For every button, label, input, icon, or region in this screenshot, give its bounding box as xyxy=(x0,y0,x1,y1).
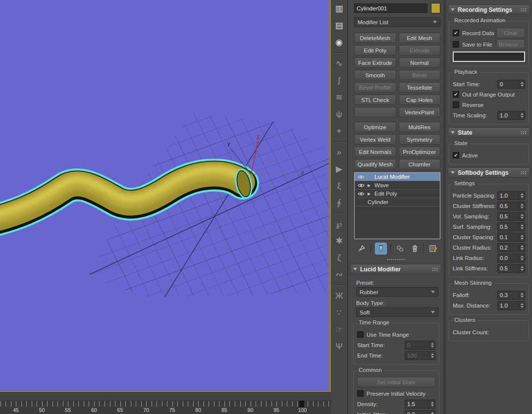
rollout-grip-icon[interactable] xyxy=(521,8,527,12)
modifier-button-deletemesh[interactable]: DeleteMesh xyxy=(354,33,396,43)
spin-up-icon[interactable] xyxy=(521,82,524,84)
rollout-header-recording-settings[interactable]: Recording Settings xyxy=(448,4,530,15)
ribbon-loop-tool-icon[interactable]: ∮ xyxy=(332,196,347,209)
spinner-arrows-icon[interactable] xyxy=(429,400,435,408)
layer-list-icon[interactable]: ▤ xyxy=(332,18,347,32)
track-bar[interactable] xyxy=(0,393,331,401)
cluster-chain-tool-icon[interactable]: ξ xyxy=(332,179,347,193)
spinner-arrows-icon[interactable] xyxy=(519,254,525,262)
spinner-particle-spacing[interactable]: 1.0 xyxy=(497,191,525,200)
remove-modifier-icon[interactable] xyxy=(409,243,420,254)
pick-cursor-tool-icon[interactable]: ▶ xyxy=(332,162,347,176)
checkbox-out-of-range-output[interactable]: ✔ xyxy=(453,91,459,98)
rollout-header-softbody-settings[interactable]: Softbody Settings xyxy=(448,167,530,178)
spinner-max-distance[interactable]: 1.0 xyxy=(497,301,525,310)
modifier-button-symmetry[interactable]: Symmetry xyxy=(399,134,441,145)
checkbox-preserve-initial-velocity[interactable] xyxy=(357,390,364,397)
spin-down-icon[interactable] xyxy=(521,85,524,87)
spin-up-icon[interactable] xyxy=(521,303,524,305)
modifier-button-edit-mesh[interactable]: Edit Mesh xyxy=(399,33,441,43)
clipped-top-tool-icon[interactable]: ▥ xyxy=(332,1,347,15)
spinner-arrows-icon[interactable] xyxy=(519,192,525,200)
spinner-vol-sampling[interactable]: 0.5 xyxy=(497,212,525,221)
spin-up-icon[interactable] xyxy=(521,266,524,268)
visibility-eye-icon[interactable] xyxy=(358,183,368,188)
modifier-button-multires[interactable]: MultiRes xyxy=(399,122,441,132)
timeline-trackbar[interactable]: 4550556065707580859095100 xyxy=(0,392,331,414)
rollout-grip-icon[interactable] xyxy=(521,171,527,175)
rollout-header-lucid-modifier[interactable]: Lucid Modifier xyxy=(350,264,441,274)
checkbox-active[interactable]: ✔ xyxy=(453,152,459,158)
spinner-cluster-radius[interactable]: 0.2 xyxy=(497,243,525,252)
modifier-button-face-extrude[interactable]: Face Extrude xyxy=(354,57,396,68)
spinner-cluster-spacing[interactable]: 0.1 xyxy=(497,233,525,242)
spinner-arrows-icon[interactable] xyxy=(519,111,525,119)
modifier-button-quadify-mesh[interactable]: Quadify Mesh xyxy=(354,159,396,169)
curve-hook-tool-icon[interactable]: ʃ xyxy=(332,73,347,87)
spinner-arrows-icon[interactable] xyxy=(519,80,525,88)
spin-up-icon[interactable] xyxy=(521,293,524,295)
spin-down-icon[interactable] xyxy=(521,116,524,118)
file-path-field[interactable] xyxy=(453,52,525,62)
modifier-button-smooth[interactable]: Smooth xyxy=(354,70,396,80)
visibility-eye-icon[interactable] xyxy=(358,192,368,196)
spinner-arrows-icon[interactable] xyxy=(519,223,525,231)
modifier-button-optimize[interactable]: Optimize xyxy=(354,122,396,132)
stack-item-cylinder[interactable]: Cylinder xyxy=(355,198,440,207)
spinner-arrows-icon[interactable] xyxy=(519,202,525,210)
show-end-result-icon[interactable] xyxy=(375,243,387,255)
modifier-button-normal[interactable]: Normal xyxy=(399,57,441,68)
spin-down-icon[interactable] xyxy=(521,259,524,260)
spin-up-icon[interactable] xyxy=(521,193,524,195)
modifier-button-edit-normals[interactable]: Edit Normals xyxy=(354,147,396,157)
spinner-time-scaling[interactable]: 1.0 xyxy=(497,111,525,120)
checkbox-use-time-range[interactable] xyxy=(357,331,364,338)
spin-down-icon[interactable] xyxy=(431,405,434,407)
spin-up-icon[interactable] xyxy=(431,402,434,404)
modifier-button-chamfer[interactable]: Chamfer xyxy=(399,159,441,169)
modifier-button-prooptimizer[interactable]: ProOptimizer xyxy=(399,147,441,157)
spinner-arrows-icon[interactable] xyxy=(519,302,525,310)
rollout-drag-handle[interactable] xyxy=(386,259,405,261)
spinner-initial-jitter[interactable]: 0.0 xyxy=(405,410,435,414)
modifier-button-tessellate[interactable]: Tessellate xyxy=(399,82,441,93)
viewport-3d[interactable]: Z Y X xyxy=(0,0,331,392)
stack-item-wave[interactable]: ▶Wave xyxy=(355,181,440,190)
spin-up-icon[interactable] xyxy=(521,214,524,216)
spinner-arrows-icon[interactable] xyxy=(519,291,525,299)
spinner-density[interactable]: 1.5 xyxy=(405,400,435,409)
checkbox-save-to-file[interactable] xyxy=(453,41,459,48)
spinner-arrows-icon[interactable] xyxy=(519,244,525,252)
strands-tool-icon[interactable]: ℘ xyxy=(332,217,347,231)
particles-tool-icon[interactable]: ∵ xyxy=(332,306,347,319)
modifier-button-blank[interactable] xyxy=(354,107,396,117)
object-name-input[interactable] xyxy=(354,3,427,13)
triple-wave-tool-icon[interactable]: ≋ xyxy=(332,90,347,104)
spin-down-icon[interactable] xyxy=(521,306,524,308)
modifier-stack[interactable]: Lucid Modifier▶Wave▶Edit PolyCylinder xyxy=(354,172,440,239)
squiggle-tool-icon[interactable]: ∿ xyxy=(332,56,347,70)
spin-up-icon[interactable] xyxy=(431,412,434,414)
modifier-button-cap-holes[interactable]: Cap Holes xyxy=(399,95,441,105)
checkbox-record-data[interactable]: ✔ xyxy=(453,30,459,36)
spinner-arrows-icon[interactable] xyxy=(519,264,525,272)
stack-item-lucid-modifier[interactable]: Lucid Modifier xyxy=(355,173,440,181)
stack-item-edit-poly[interactable]: ▶Edit Poly xyxy=(355,190,440,198)
fiber-tool-icon[interactable]: ζ xyxy=(332,251,347,264)
spin-up-icon[interactable] xyxy=(521,204,524,206)
object-color-swatch[interactable] xyxy=(431,3,440,13)
pin-stack-icon[interactable] xyxy=(356,243,367,254)
current-frame-marker[interactable] xyxy=(299,401,304,407)
spinner-arrows-icon[interactable] xyxy=(519,233,525,241)
make-unique-icon[interactable] xyxy=(395,243,406,254)
spinner-link-stiffness[interactable]: 0.5 xyxy=(497,264,525,273)
spin-up-icon[interactable] xyxy=(521,224,524,226)
spin-down-icon[interactable] xyxy=(521,207,524,208)
grass-scatter-tool-icon[interactable]: Ж xyxy=(332,289,347,303)
body-type-dropdown[interactable]: Soft xyxy=(356,308,438,317)
spin-up-icon[interactable] xyxy=(521,235,524,237)
spinner-arrows-icon[interactable] xyxy=(519,212,525,220)
double-chevron-tool-icon[interactable]: » xyxy=(332,145,347,159)
crawler-tool-icon[interactable]: ✱ xyxy=(332,234,347,248)
spinner-link-radius[interactable]: 0.0 xyxy=(497,254,525,262)
